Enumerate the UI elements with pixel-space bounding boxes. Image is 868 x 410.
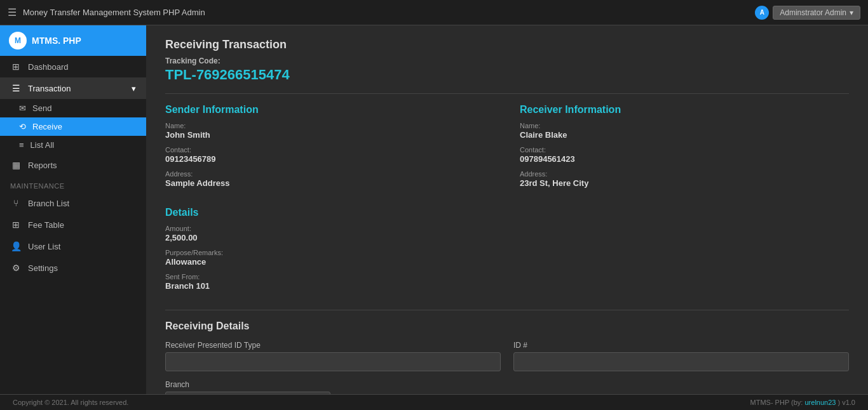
- sidebar-item-fee-table[interactable]: ⊞ Fee Table: [0, 214, 146, 235]
- main-content: Receiving Transaction Tracking Code: TPL…: [146, 25, 868, 394]
- id-type-label: Receiver Presented ID Type: [165, 341, 501, 350]
- branch-group: Branch: [165, 380, 330, 394]
- divider-1: [165, 93, 849, 94]
- receiver-info-col: Receiver Information Name: Claire Blake …: [520, 104, 849, 194]
- footer-credit: MTMS- PHP (by: urelnun23 ) v1.0: [750, 399, 856, 406]
- id-type-group: Receiver Presented ID Type: [165, 341, 501, 371]
- sidebar-item-reports[interactable]: ▦ Reports: [0, 154, 146, 176]
- sidebar-label-transaction: Transaction: [28, 84, 71, 93]
- sidebar-logo: M MTMS. PHP: [0, 25, 146, 56]
- sidebar-label-user-list: User List: [28, 242, 60, 251]
- reports-icon: ▦: [10, 160, 22, 170]
- transaction-icon: ☰: [10, 83, 22, 93]
- chevron-transaction-icon: ▾: [132, 84, 136, 93]
- branch-list-icon: ⑂: [10, 198, 22, 208]
- amount-value: 2,500.00: [165, 233, 849, 242]
- admin-dropdown-button[interactable]: Adminstrator Admin ▾: [773, 6, 860, 20]
- sender-name-label: Name:: [165, 122, 494, 129]
- sidebar-item-branch-list[interactable]: ⑂ Branch List: [0, 192, 146, 214]
- nav-title: Money Transfer Management System PHP Adm…: [23, 8, 205, 17]
- sidebar-item-dashboard[interactable]: ⊞ Dashboard: [0, 56, 146, 77]
- purpose-label: Purpose/Remarks:: [165, 249, 849, 256]
- receiver-address-label: Address:: [520, 170, 849, 178]
- sidebar-label-send: Send: [32, 103, 51, 113]
- sender-info-col: Sender Information Name: John Smith Cont…: [165, 104, 494, 194]
- id-type-input[interactable]: [165, 352, 501, 371]
- sidebar-label-list-all: List All: [31, 140, 55, 150]
- info-row: Sender Information Name: John Smith Cont…: [165, 104, 849, 194]
- fee-table-icon: ⊞: [10, 220, 22, 230]
- branch-form-row: Branch: [165, 380, 849, 394]
- send-icon: ✉: [19, 103, 26, 113]
- logo-icon: M: [9, 32, 27, 50]
- user-list-icon: 👤: [10, 241, 22, 251]
- main-layout: M MTMS. PHP ⊞ Dashboard ☰ Transaction ▾ …: [0, 25, 868, 394]
- amount-label: Amount:: [165, 225, 849, 232]
- maintenance-label: Maintenance: [0, 176, 146, 192]
- topnav-right: A Adminstrator Admin ▾: [755, 6, 860, 20]
- sender-address-label: Address:: [165, 170, 494, 178]
- sender-section-title: Sender Information: [165, 104, 494, 116]
- sidebar-label-reports: Reports: [28, 161, 57, 170]
- sent-from-value: Branch 101: [165, 281, 849, 291]
- purpose-value: Allowance: [165, 257, 849, 267]
- logo-text: MTMS. PHP: [32, 36, 81, 46]
- chevron-down-icon: ▾: [850, 8, 853, 17]
- sidebar-label-receive: Receive: [32, 122, 62, 131]
- sidebar-item-send[interactable]: ✉ Send: [0, 99, 146, 117]
- admin-avatar: A: [755, 6, 769, 20]
- hamburger-icon[interactable]: ☰: [8, 6, 17, 18]
- sender-name-value: John Smith: [165, 130, 494, 140]
- receiver-section-title: Receiver Information: [520, 104, 849, 116]
- receiving-details-title: Receiving Details: [165, 321, 849, 332]
- sidebar-item-list-all[interactable]: ≡ List All: [0, 136, 146, 154]
- page-title: Receiving Transaction: [165, 38, 849, 51]
- tracking-label: Tracking Code:: [165, 56, 849, 65]
- settings-icon: ⚙: [10, 263, 22, 273]
- receive-icon: ⟲: [19, 122, 26, 131]
- branch-label: Branch: [165, 380, 330, 389]
- list-all-icon: ≡: [19, 140, 24, 150]
- sidebar-label-branch-list: Branch List: [28, 199, 69, 208]
- id-number-group: ID #: [513, 341, 849, 371]
- sidebar: M MTMS. PHP ⊞ Dashboard ☰ Transaction ▾ …: [0, 25, 146, 394]
- sidebar-label-settings: Settings: [28, 263, 58, 273]
- id-number-input[interactable]: [513, 352, 849, 371]
- receiver-contact-value: 097894561423: [520, 154, 849, 164]
- topnav: ☰ Money Transfer Management System PHP A…: [0, 0, 868, 25]
- sidebar-item-receive[interactable]: ⟲ Receive: [0, 117, 146, 136]
- receiver-name-label: Name:: [520, 122, 849, 129]
- details-section-title: Details: [165, 207, 849, 218]
- sender-contact-label: Contact:: [165, 146, 494, 154]
- topnav-left: ☰ Money Transfer Management System PHP A…: [8, 6, 205, 18]
- receiver-name-value: Claire Blake: [520, 130, 849, 140]
- sidebar-label-fee-table: Fee Table: [28, 220, 64, 230]
- sidebar-item-user-list[interactable]: 👤 User List: [0, 235, 146, 257]
- admin-label: Adminstrator Admin: [780, 8, 846, 17]
- footer-credit-link[interactable]: urelnun23: [804, 399, 836, 406]
- id-form-row: Receiver Presented ID Type ID #: [165, 341, 849, 371]
- tracking-code: TPL-769266515474: [165, 67, 849, 83]
- footer: Copyright © 2021. All rights reserved. M…: [0, 394, 868, 410]
- sidebar-item-settings[interactable]: ⚙ Settings: [0, 257, 146, 279]
- receiver-address-value: 23rd St, Here City: [520, 178, 849, 188]
- sender-address-value: Sample Address: [165, 178, 494, 188]
- dashboard-icon: ⊞: [10, 62, 22, 72]
- sender-contact-value: 09123456789: [165, 154, 494, 164]
- id-number-label: ID #: [513, 341, 849, 350]
- divider-2: [165, 310, 849, 310]
- sent-from-label: Sent From:: [165, 273, 849, 281]
- footer-copyright: Copyright © 2021. All rights reserved.: [13, 399, 128, 406]
- receiver-contact-label: Contact:: [520, 146, 849, 154]
- sidebar-label-dashboard: Dashboard: [28, 62, 69, 72]
- sidebar-item-transaction[interactable]: ☰ Transaction ▾: [0, 77, 146, 99]
- details-section: Details Amount: 2,500.00 Purpose/Remarks…: [165, 207, 849, 297]
